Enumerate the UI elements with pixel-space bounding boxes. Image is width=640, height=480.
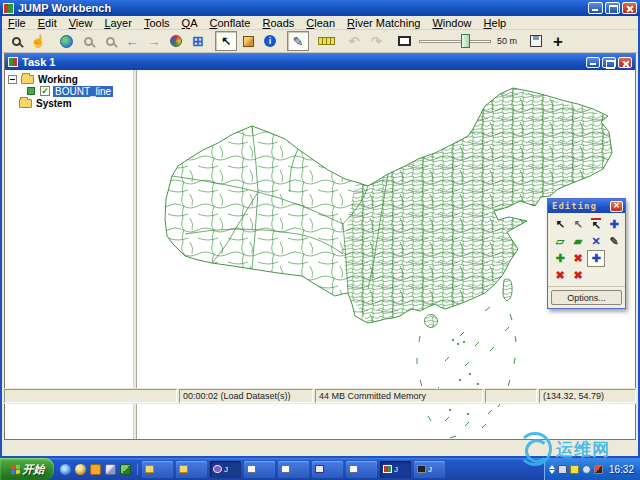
menu-view[interactable]: View [63, 17, 99, 29]
node-linestrings-tool[interactable]: ✖ [569, 267, 587, 284]
tree-folder-working[interactable]: Working [5, 73, 133, 85]
task-button-doc-3[interactable] [346, 461, 377, 478]
change-styles-button[interactable] [165, 31, 187, 51]
draw-linestring-tool[interactable]: ✕ [587, 233, 605, 250]
map-view[interactable]: Editing ✕ ↖ ↖ ↖ ✚ ▱ ▰ ✕ ✎ ✚ [137, 70, 635, 439]
menu-file[interactable]: File [2, 17, 32, 29]
plus-tool-button[interactable]: + [547, 31, 569, 51]
options-button[interactable]: Options... [551, 290, 622, 305]
menu-roads[interactable]: Roads [256, 17, 300, 29]
delete-vertex-tool[interactable]: ✖ [569, 250, 587, 267]
menu-conflate[interactable]: Conflate [204, 17, 257, 29]
draw-rectangle-tool[interactable]: ▱ [551, 233, 569, 250]
display-tray-icon[interactable] [570, 465, 579, 474]
task-window-title-bar[interactable]: Task 1 [5, 54, 635, 70]
menu-bar: File Edit View Layer Tools QA Conflate R… [2, 16, 638, 30]
slider-track [419, 40, 491, 43]
windows-logo-icon [10, 464, 20, 475]
magnifier-icon [12, 37, 21, 46]
task-button-folder-2[interactable] [176, 461, 207, 478]
editing-toolbox-title-bar[interactable]: Editing ✕ [548, 199, 625, 213]
task-button-folder-1[interactable] [142, 461, 173, 478]
attributes-table-button[interactable]: ⊞ [187, 31, 209, 51]
tree-layer-bount-line[interactable]: ✓ BOUNT_line [27, 85, 133, 97]
tree-folder-system[interactable]: System [5, 97, 133, 109]
window-icon [315, 465, 324, 473]
zoom-full-extent-button[interactable] [55, 31, 77, 51]
menu-tools[interactable]: Tools [138, 17, 176, 29]
task-button-app[interactable]: J [210, 461, 241, 478]
media-player-icon[interactable] [105, 464, 116, 475]
save-snapshot-button[interactable] [525, 31, 547, 51]
messenger-icon[interactable] [75, 464, 86, 475]
cube-icon [243, 36, 254, 47]
folder-shortcut-icon[interactable] [90, 464, 101, 475]
rectangle-icon [398, 36, 411, 46]
slider-thumb[interactable] [461, 34, 470, 48]
menu-qa[interactable]: QA [176, 17, 204, 29]
zoom-tool-button[interactable] [5, 31, 27, 51]
fence-tool-button[interactable] [393, 31, 415, 51]
close-button[interactable] [622, 2, 637, 14]
select-linestring-tool[interactable]: ↖ [587, 216, 605, 233]
folder-icon [21, 75, 34, 84]
ie-icon[interactable] [60, 464, 71, 475]
layer-visibility-checkbox[interactable]: ✓ [40, 86, 50, 96]
maximize-button[interactable] [605, 2, 620, 14]
redo-button[interactable]: ↷ [365, 31, 387, 51]
task-restore-button[interactable] [602, 57, 616, 68]
menu-clean[interactable]: Clean [300, 17, 341, 29]
network-tray-icon[interactable] [558, 465, 567, 474]
working-folder-label: Working [38, 74, 78, 85]
task-button-jump-workbench[interactable]: J [380, 461, 411, 478]
jump-logo-icon [3, 3, 14, 14]
task-button-window[interactable] [312, 461, 343, 478]
menu-window[interactable]: Window [426, 17, 477, 29]
security-tray-icon[interactable] [594, 465, 603, 474]
collapse-icon[interactable] [8, 75, 17, 84]
history-back-button[interactable]: ← [121, 31, 143, 51]
menu-layer[interactable]: Layer [98, 17, 138, 29]
insert-vertex-tool[interactable]: ✚ [551, 250, 569, 267]
zoom-to-selection-button[interactable] [77, 31, 99, 51]
task-close-button[interactable] [618, 57, 632, 68]
undo-button[interactable]: ↶ [343, 31, 365, 51]
task-minimize-button[interactable] [586, 57, 600, 68]
measure-tool-button[interactable] [315, 31, 337, 51]
title-bar[interactable]: JUMP Workbench [0, 0, 640, 16]
tray-chevron-icon[interactable] [549, 465, 555, 474]
select-part-tool[interactable]: ↖ [569, 216, 587, 233]
scale-slider[interactable] [419, 33, 491, 49]
move-vertex-tool[interactable]: ✚ [605, 216, 623, 233]
document-icon [349, 465, 358, 473]
feature-info-button[interactable]: i [259, 31, 281, 51]
task-button-doc-1[interactable] [244, 461, 275, 478]
menu-help[interactable]: Help [478, 17, 513, 29]
feature-cube-button[interactable] [237, 31, 259, 51]
minimize-button[interactable] [588, 2, 603, 14]
select-feature-tool[interactable]: ↖ [551, 216, 569, 233]
draw-point-tool[interactable]: ✎ [605, 233, 623, 250]
task-button-java[interactable]: J [414, 461, 445, 478]
start-button[interactable]: 开始 [0, 458, 54, 480]
editing-tool-grid: ↖ ↖ ↖ ✚ ▱ ▰ ✕ ✎ ✚ ✖ ✚ ✖ [548, 213, 625, 286]
select-features-button[interactable]: ↖ [215, 31, 237, 51]
menu-river-matching[interactable]: River Matching [341, 17, 426, 29]
right-arrow-icon: → [148, 35, 161, 48]
palette-icon [170, 35, 182, 47]
editing-toggle-button[interactable]: ✎ [287, 31, 309, 51]
snap-vertex-tool[interactable]: ✚ [587, 250, 605, 267]
zoom-previous-button[interactable] [99, 31, 121, 51]
draw-polygon-tool[interactable]: ▰ [569, 233, 587, 250]
layer-name-label[interactable]: BOUNT_line [53, 86, 113, 97]
snap-vertices-tool[interactable]: ✖ [551, 267, 569, 284]
task-button-doc-2[interactable] [278, 461, 309, 478]
history-forward-button[interactable]: → [143, 31, 165, 51]
volume-tray-icon[interactable] [582, 465, 591, 474]
menu-edit[interactable]: Edit [32, 17, 63, 29]
editing-close-button[interactable]: ✕ [610, 201, 623, 212]
folder-icon [179, 465, 188, 473]
task-buttons: J J J [138, 461, 544, 478]
pan-tool-button[interactable]: ☝ [27, 31, 49, 51]
explorer-icon[interactable] [120, 464, 131, 475]
